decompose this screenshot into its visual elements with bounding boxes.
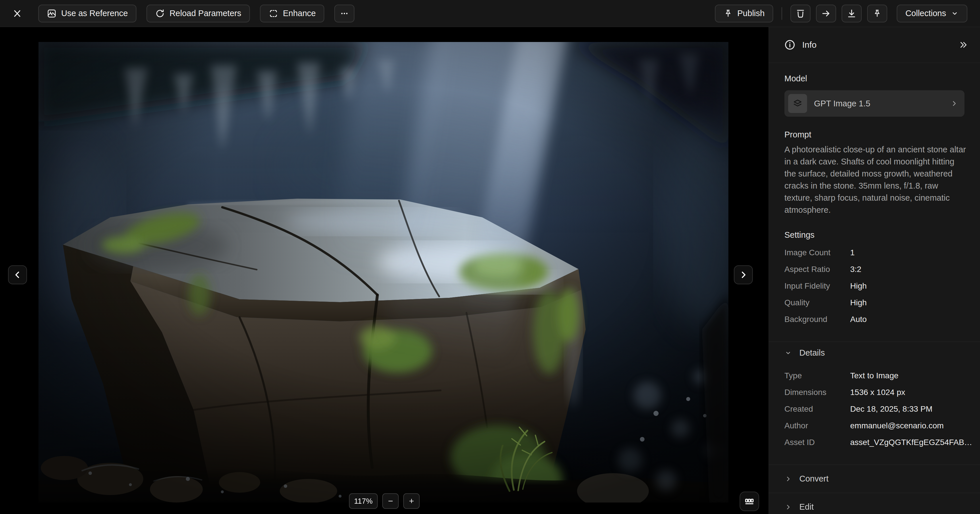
- use-as-reference-label: Use as Reference: [61, 9, 128, 18]
- download-icon: [847, 9, 856, 18]
- details-section-label: Details: [799, 348, 825, 358]
- details-section-toggle[interactable]: Details: [784, 342, 964, 361]
- reload-parameters-button[interactable]: Reload Parameters: [146, 5, 250, 22]
- settings-rows: Image Count 1 Aspect Ratio 3:2 Input Fid…: [784, 244, 964, 328]
- detail-value: 1536 x 1024 px: [850, 388, 905, 397]
- convert-section-toggle[interactable]: Convert: [769, 465, 980, 493]
- info-panel-title: Info: [802, 40, 816, 50]
- detail-row: Dimensions 1536 x 1024 px: [784, 384, 964, 401]
- generated-image[interactable]: [38, 42, 729, 503]
- info-panel: Info Model GPT Image 1.5 Prompt A photor…: [768, 27, 980, 514]
- model-card[interactable]: GPT Image 1.5: [784, 90, 964, 117]
- collapse-panel-button[interactable]: [956, 38, 970, 52]
- toolbar-divider: [781, 7, 782, 20]
- plus-icon: +: [409, 496, 414, 506]
- image-viewer-canvas: 117% − +: [0, 27, 768, 514]
- trash-icon: [795, 9, 805, 18]
- previous-image-button[interactable]: [8, 265, 27, 284]
- reload-icon: [155, 9, 165, 18]
- use-as-reference-button[interactable]: Use as Reference: [38, 5, 137, 22]
- info-panel-header: Info: [769, 27, 980, 63]
- zoom-in-button[interactable]: +: [403, 493, 420, 509]
- setting-label: Input Fidelity: [784, 281, 850, 291]
- zoom-level-indicator[interactable]: 117%: [349, 493, 378, 509]
- toolbar: Use as Reference Reload Parameters Enhan…: [0, 0, 980, 27]
- more-icon: [339, 9, 349, 18]
- chevron-right-icon: [784, 475, 792, 483]
- double-chevron-right-icon: [958, 40, 968, 50]
- toolbar-right-group: Publish Collections: [715, 5, 967, 22]
- setting-value: 3:2: [850, 265, 861, 274]
- close-icon: [12, 8, 22, 19]
- more-options-button[interactable]: [334, 5, 355, 22]
- detail-row: Type Text to Image: [784, 367, 964, 384]
- cave-background-art: [38, 42, 729, 503]
- layers-icon: [788, 94, 807, 113]
- publish-label: Publish: [737, 9, 765, 18]
- detail-value: asset_VZgQGTKfEgEGZ54FAB…: [850, 438, 972, 447]
- setting-label: Quality: [784, 298, 850, 307]
- pin-icon: [724, 9, 733, 18]
- convert-section-label: Convert: [799, 474, 829, 484]
- settings-section-label: Settings: [784, 230, 964, 240]
- pin-asset-button[interactable]: [867, 5, 887, 22]
- setting-row: Quality High: [784, 294, 964, 311]
- setting-row: Background Auto: [784, 311, 964, 328]
- filmstrip-icon: [744, 496, 755, 507]
- pin-icon: [873, 9, 882, 18]
- edit-section-toggle[interactable]: Edit: [769, 493, 980, 514]
- collections-label: Collections: [905, 9, 946, 18]
- enhance-icon: [269, 9, 278, 18]
- detail-label: Created: [784, 404, 850, 413]
- setting-row: Image Count 1: [784, 244, 964, 261]
- image-icon: [47, 9, 57, 18]
- setting-value: High: [850, 298, 867, 307]
- setting-value: Auto: [850, 315, 867, 324]
- next-image-button[interactable]: [734, 265, 753, 284]
- detail-value: Text to Image: [850, 371, 899, 380]
- collections-button[interactable]: Collections: [897, 5, 967, 22]
- setting-label: Aspect Ratio: [784, 265, 850, 274]
- chevron-down-icon: [951, 10, 959, 18]
- info-icon: [784, 39, 796, 51]
- chevron-left-icon: [13, 270, 22, 280]
- edit-section-label: Edit: [799, 502, 814, 512]
- info-panel-content: Model GPT Image 1.5 Prompt A photorealis…: [769, 74, 980, 514]
- toolbar-left-group: Use as Reference Reload Parameters Enhan…: [10, 5, 355, 22]
- detail-row: Asset ID asset_VZgQGTKfEgEGZ54FAB…: [784, 434, 964, 451]
- detail-value: Dec 18, 2025, 8:33 PM: [850, 404, 932, 413]
- move-to-button[interactable]: [816, 5, 836, 22]
- setting-value: High: [850, 281, 867, 291]
- enhance-button[interactable]: Enhance: [260, 5, 325, 22]
- setting-label: Image Count: [784, 248, 850, 257]
- zoom-level-value: 117%: [354, 497, 373, 506]
- detail-label: Author: [784, 421, 850, 430]
- publish-button[interactable]: Publish: [715, 5, 773, 22]
- detail-row: Author emmanuel@scenario.com: [784, 417, 964, 434]
- detail-label: Dimensions: [784, 388, 850, 397]
- model-section-label: Model: [784, 74, 964, 83]
- detail-row: Created Dec 18, 2025, 8:33 PM: [784, 401, 964, 417]
- setting-label: Background: [784, 315, 850, 324]
- arrow-right-icon: [821, 9, 831, 18]
- model-name: GPT Image 1.5: [814, 99, 870, 109]
- setting-row: Input Fidelity High: [784, 278, 964, 294]
- zoom-out-button[interactable]: −: [382, 493, 399, 509]
- section-divider: [769, 342, 980, 342]
- minus-icon: −: [388, 496, 393, 506]
- prompt-text: A photorealistic close-up of an ancient …: [784, 144, 967, 216]
- detail-label: Type: [784, 371, 850, 380]
- details-rows: Type Text to Image Dimensions 1536 x 102…: [784, 367, 964, 451]
- setting-value: 1: [850, 248, 855, 257]
- chevron-right-icon: [784, 503, 792, 511]
- reload-parameters-label: Reload Parameters: [169, 9, 241, 18]
- detail-label: Asset ID: [784, 438, 850, 447]
- chevron-down-icon: [784, 349, 792, 357]
- detail-value: emmanuel@scenario.com: [850, 421, 944, 430]
- download-button[interactable]: [842, 5, 862, 22]
- prompt-section-label: Prompt: [784, 130, 964, 139]
- toggle-filmstrip-button[interactable]: [740, 492, 759, 511]
- delete-button[interactable]: [791, 5, 811, 22]
- close-button[interactable]: [10, 6, 24, 21]
- chevron-right-icon: [950, 99, 958, 107]
